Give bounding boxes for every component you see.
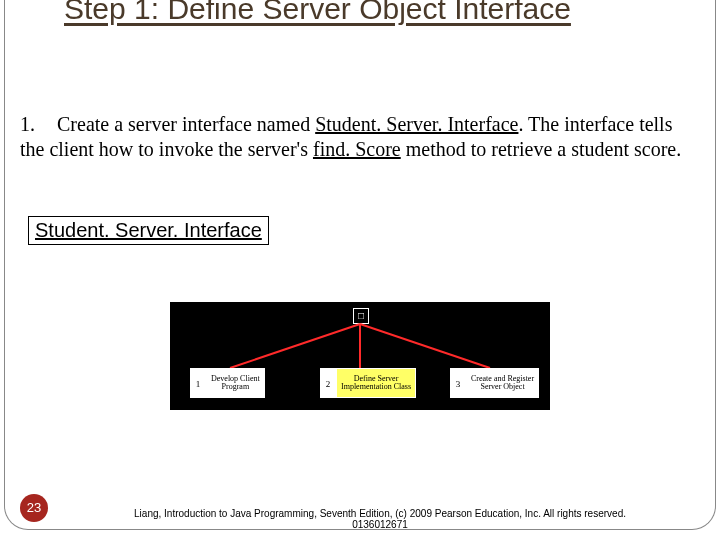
diagram-node-3: 3 Create and Register Server Object	[450, 368, 539, 398]
diagram-node-3-num: 3	[450, 368, 466, 398]
interface-link[interactable]: Student. Server. Interface	[28, 216, 269, 245]
body-paragraph: 1. Create a server interface named Stude…	[20, 112, 700, 162]
list-number: 1.	[20, 112, 52, 137]
diagram-node-2-label: Define Server Implementation Class	[336, 368, 416, 398]
svg-line-2	[360, 324, 490, 368]
slide: Step 1: Define Server Object Interface 1…	[0, 0, 720, 540]
page-number-badge: 23	[20, 494, 48, 522]
diagram-node-2: 2 Define Server Implementation Class	[320, 368, 416, 398]
diagram: □ 1 Develop Client Program 2 Define Serv…	[170, 302, 550, 410]
footer-citation: Liang, Introduction to Java Programming,…	[130, 508, 630, 530]
diagram-node-2-num: 2	[320, 368, 336, 398]
diagram-node-1-label: Develop Client Program	[206, 368, 265, 398]
diagram-node-1: 1 Develop Client Program	[190, 368, 265, 398]
svg-line-0	[230, 324, 360, 368]
body-text-3: method to retrieve a student score.	[401, 138, 681, 160]
slide-title: Step 1: Define Server Object Interface	[64, 0, 664, 27]
diagram-node-3-label: Create and Register Server Object	[466, 368, 539, 398]
body-underline-1: Student. Server. Interface	[315, 113, 518, 135]
diagram-node-1-num: 1	[190, 368, 206, 398]
body-underline-2: find. Score	[313, 138, 401, 160]
slide-frame	[4, 0, 716, 530]
body-text-1: Create a server interface named	[57, 113, 315, 135]
